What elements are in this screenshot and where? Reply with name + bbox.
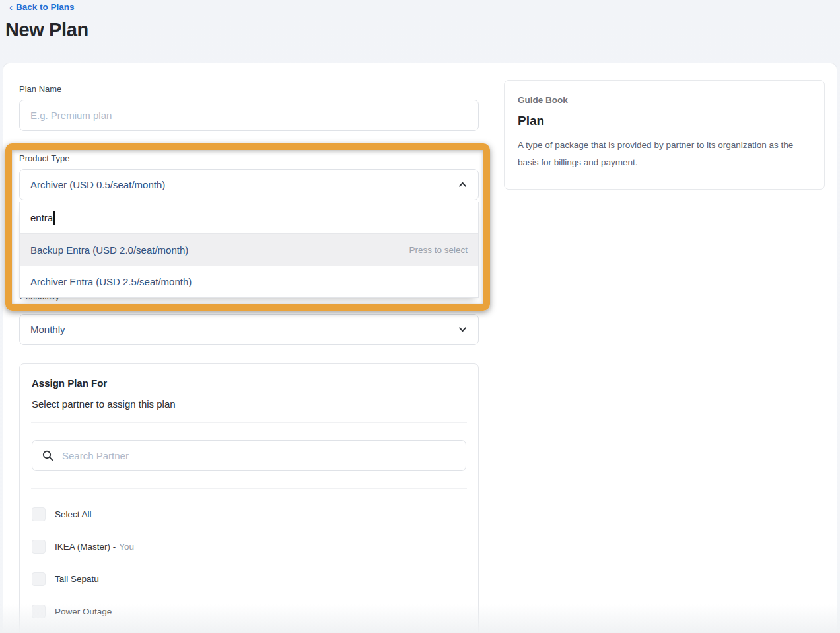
partner-row-ikea-master[interactable]: IKEA (Master) - You xyxy=(32,540,466,554)
product-type-label: Product Type xyxy=(19,153,479,163)
option-hint: Press to select xyxy=(409,245,468,255)
guide-title: Plan xyxy=(518,114,811,128)
chevron-up-icon xyxy=(458,180,468,190)
page-title: New Plan xyxy=(5,19,88,41)
new-plan-form-card: Plan Name Product Type Archiver (USD 0.5… xyxy=(3,63,837,633)
back-link-label: Back to Plans xyxy=(16,2,75,12)
periodicity-select[interactable]: Monthly xyxy=(19,314,479,345)
guide-body: A type of package that is provided by pa… xyxy=(518,137,811,172)
assign-plan-card: Assign Plan For Select partner to assign… xyxy=(19,363,479,633)
text-caret xyxy=(53,211,55,225)
partner-row-power-outage[interactable]: Power Outage xyxy=(32,605,466,618)
plan-name-label: Plan Name xyxy=(19,84,479,94)
product-type-selected-value: Archiver (USD 0.5/seat/month) xyxy=(30,179,165,190)
product-option-archiver-entra[interactable]: Archiver Entra (USD 2.5/seat/month) xyxy=(20,266,478,297)
partner-row-select-all[interactable]: Select All xyxy=(32,507,466,521)
partner-checkbox[interactable] xyxy=(32,605,46,618)
periodicity-selected-value: Monthly xyxy=(30,324,65,335)
guide-book-card: Guide Book Plan A type of package that i… xyxy=(504,80,825,190)
partner-suffix: You xyxy=(119,542,134,552)
partner-checkbox[interactable] xyxy=(32,507,46,521)
form-column: Plan Name Product Type Archiver (USD 0.5… xyxy=(19,63,479,633)
plan-name-field[interactable] xyxy=(19,100,479,131)
partner-label: Select All xyxy=(55,509,92,519)
assign-subtitle: Select partner to assign this plan xyxy=(32,398,466,410)
product-type-select[interactable]: Archiver (USD 0.5/seat/month) xyxy=(19,169,479,200)
search-icon xyxy=(42,450,53,461)
guide-eyebrow: Guide Book xyxy=(518,95,811,105)
product-search-value: entra xyxy=(30,212,53,223)
product-type-section: Product Type Archiver (USD 0.5/seat/mont… xyxy=(19,153,479,298)
partner-list: Select All IKEA (Master) - You Tali Sepa… xyxy=(32,507,466,633)
option-label: Backup Entra (USD 2.0/seat/month) xyxy=(30,244,188,256)
product-search-field[interactable]: entra xyxy=(20,202,478,234)
partner-checkbox[interactable] xyxy=(32,540,46,554)
chevron-down-icon xyxy=(458,324,468,334)
assign-title: Assign Plan For xyxy=(32,377,466,389)
back-chevron-icon: ‹ xyxy=(9,2,13,12)
partner-label: Tali Sepatu xyxy=(55,574,99,584)
partner-row-tali-sepatu[interactable]: Tali Sepatu xyxy=(32,572,466,586)
plan-name-input[interactable] xyxy=(30,110,468,121)
product-type-dropdown: entra Backup Entra (USD 2.0/seat/month) … xyxy=(19,202,479,298)
divider xyxy=(31,422,467,423)
partner-search-input[interactable] xyxy=(62,450,456,461)
back-link[interactable]: ‹ Back to Plans xyxy=(9,2,75,12)
partner-checkbox[interactable] xyxy=(32,572,46,586)
partner-search-field[interactable] xyxy=(32,440,466,471)
partner-label: IKEA (Master) - xyxy=(55,542,116,552)
option-label: Archiver Entra (USD 2.5/seat/month) xyxy=(30,276,192,287)
product-option-backup-entra[interactable]: Backup Entra (USD 2.0/seat/month) Press … xyxy=(20,234,478,266)
partner-label: Power Outage xyxy=(55,607,112,616)
divider xyxy=(31,488,467,489)
